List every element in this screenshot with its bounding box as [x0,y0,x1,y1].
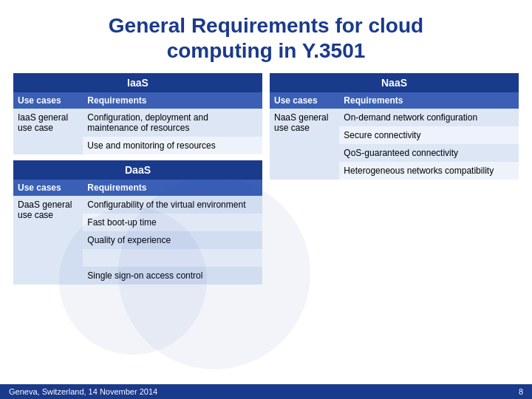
page-container: General Requirements for cloud computing… [0,0,532,399]
page-title: General Requirements for cloud computing… [13,13,519,63]
footer-right: 8 [519,387,523,396]
iaas-table: IaaS Use cases Requirements IaaS general… [13,73,262,154]
naas-table: NaaS Use cases Requirements NaaS general… [270,73,519,180]
naas-col-requirements: Requirements [339,92,519,109]
daas-header: DaaS [13,160,262,180]
table-row: IaaS general use case Configuration, dep… [13,109,262,137]
footer-bar: Geneva, Switzerland, 14 November 2014 8 [0,384,532,399]
daas-req-5: Single sign-on access control [83,267,262,284]
iaas-req-1: Configuration, deployment and maintenanc… [83,109,262,137]
naas-col-use-cases: Use cases [270,92,339,109]
naas-req-1: On-demand network configuration [339,109,519,126]
daas-req-2: Fast boot-up time [83,214,262,231]
iaas-use-case-cell: IaaS general use case [13,109,83,154]
iaas-req-2: Use and monitoring of resources [83,137,262,154]
daas-table: DaaS Use cases Requirements DaaS general… [13,160,262,284]
iaas-col-use-cases: Use cases [13,92,83,109]
iaas-header: IaaS [13,73,262,92]
title-line2: computing in Y.3501 [167,39,366,62]
daas-col-use-cases: Use cases [13,180,83,196]
table-row: NaaS general use case On-demand network … [270,109,519,126]
left-section: IaaS Use cases Requirements IaaS general… [13,73,262,284]
tables-row: IaaS Use cases Requirements IaaS general… [13,73,519,284]
daas-use-case-cell: DaaS general use case [13,196,83,284]
daas-req-1: Configurability of the virtual environme… [83,196,262,214]
naas-req-3: QoS-guaranteed connectivity [339,144,519,162]
naas-req-4: Heterogeneous networks compatibility [339,162,519,180]
daas-req-3: Quality of experience [83,231,262,249]
naas-header: NaaS [270,73,519,92]
footer-left: Geneva, Switzerland, 14 November 2014 [9,387,157,396]
daas-col-requirements: Requirements [83,180,262,196]
daas-req-4 [83,249,262,267]
right-section: NaaS Use cases Requirements NaaS general… [270,73,519,180]
naas-req-2: Secure connectivity [339,126,519,144]
table-row: DaaS general use case Configurability of… [13,196,262,214]
title-line1: General Requirements for cloud [109,14,423,37]
iaas-col-requirements: Requirements [83,92,262,109]
naas-use-case-cell: NaaS general use case [270,109,339,180]
